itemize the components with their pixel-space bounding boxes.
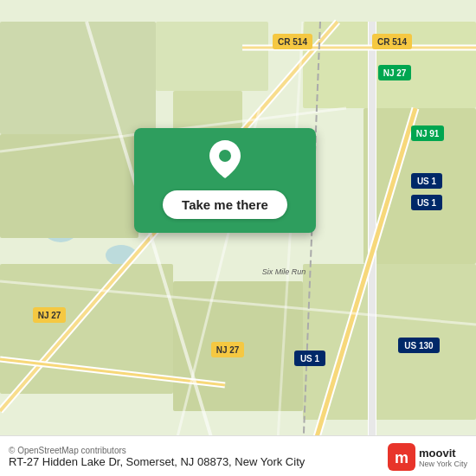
moovit-logo: m moovit New York City <box>388 443 467 471</box>
svg-text:US 1: US 1 <box>300 354 320 363</box>
moovit-sub: New York City <box>419 460 467 468</box>
svg-text:US 130: US 130 <box>404 341 434 351</box>
svg-text:NJ 27: NJ 27 <box>216 345 240 355</box>
svg-text:NJ 27: NJ 27 <box>383 68 407 78</box>
map-container: CR 514 CR 514 NJ 27 NJ 91 US 1 US 1 US 1… <box>0 0 476 476</box>
moovit-label: moovit <box>419 447 467 460</box>
svg-text:NJ 27: NJ 27 <box>38 311 61 320</box>
svg-text:US 1: US 1 <box>417 177 437 186</box>
bottom-bar: © OpenStreetMap contributors RT-27 Hidde… <box>0 435 476 476</box>
svg-text:CR 514: CR 514 <box>377 37 407 47</box>
take-me-there-button[interactable]: Take me there <box>163 190 287 219</box>
moovit-text-block: moovit New York City <box>419 447 467 468</box>
svg-text:CR 514: CR 514 <box>278 37 307 47</box>
bottom-left: © OpenStreetMap contributors RT-27 Hidde… <box>9 446 305 468</box>
address-text: RT-27 Hidden Lake Dr, Somerset, NJ 08873… <box>9 455 305 468</box>
svg-text:Six Mile Run: Six Mile Run <box>262 267 306 276</box>
svg-text:NJ 91: NJ 91 <box>416 129 440 138</box>
location-pin-icon <box>209 140 241 182</box>
map-svg: CR 514 CR 514 NJ 27 NJ 91 US 1 US 1 US 1… <box>0 0 476 476</box>
popup-card: Take me there <box>134 128 316 233</box>
svg-point-52 <box>219 150 231 162</box>
svg-rect-6 <box>0 22 156 134</box>
svg-text:m: m <box>395 449 408 466</box>
moovit-icon: m <box>388 443 415 471</box>
osm-credit: © OpenStreetMap contributors <box>9 446 305 455</box>
svg-text:US 1: US 1 <box>417 198 437 208</box>
svg-rect-7 <box>156 22 268 91</box>
